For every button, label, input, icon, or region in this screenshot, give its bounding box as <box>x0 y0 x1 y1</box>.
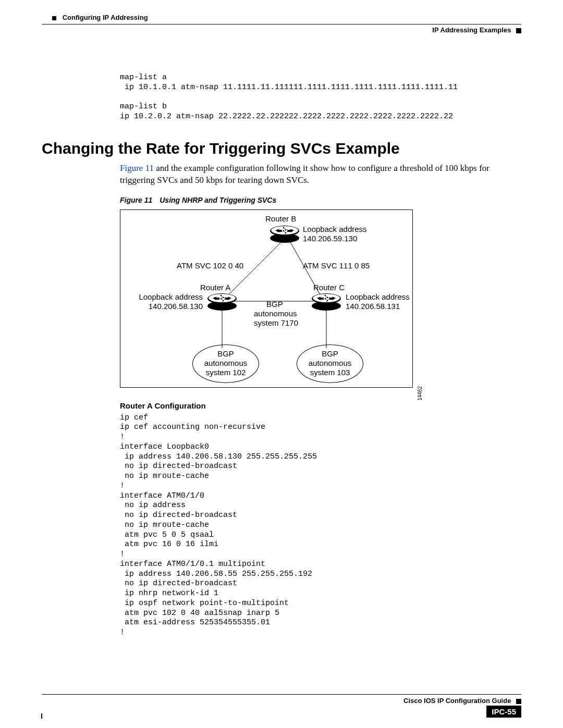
center-bgp2: autonomous <box>254 309 297 318</box>
figure-ref-link[interactable]: Figure 11 <box>120 163 154 173</box>
routerB-label: Router B <box>265 214 296 223</box>
routerB-loop1: Loopback address <box>303 225 367 233</box>
marker-icon <box>52 16 56 20</box>
ellipseL-l1: BGP <box>202 349 249 359</box>
routerA-loop1: Loopback address <box>130 292 203 301</box>
code-maplist: map-list a ip 10.1.0.1 atm-nsap 11.1111.… <box>120 73 521 122</box>
routerC-icon <box>311 292 342 311</box>
ellipseL-l2: autonomous <box>202 359 249 368</box>
ellipseL-l3: system 102 <box>202 368 249 377</box>
routerA-icon <box>206 292 238 311</box>
router-a-config-head: Router A Configuration <box>120 401 521 410</box>
intro-paragraph: Figure 11 and the example configuration … <box>120 163 516 187</box>
svg-point-10 <box>209 294 236 302</box>
routerA-loop2: 140.206.58.130 <box>130 302 203 311</box>
chapter-title: Configuring IP Addressing <box>63 14 148 21</box>
bgp-ellipse-left: BGP autonomous system 102 <box>192 344 259 383</box>
footer-title: Cisco IOS IP Configuration Guide <box>403 697 511 705</box>
svc-left: ATM SVC 102 0 40 <box>177 261 243 270</box>
diagram-id: 14462 <box>417 386 423 401</box>
routerC-label: Router C <box>313 283 345 292</box>
center-bgp3: system 7170 <box>254 318 298 327</box>
figure-caption: Figure 11 Using NHRP and Triggering SVCs <box>120 196 521 204</box>
routerB-loop2: 140.206.59.130 <box>303 234 357 243</box>
ellipseR-l2: autonomous <box>307 359 353 368</box>
svg-point-13 <box>313 294 340 302</box>
center-bgp1: BGP <box>266 300 283 309</box>
ellipseR-l3: system 103 <box>307 368 353 377</box>
intro-text: and the example configuration following … <box>120 163 489 185</box>
bgp-ellipse-right: BGP autonomous system 103 <box>297 344 363 383</box>
marker-icon <box>516 699 521 704</box>
routerC-loop2: 140.206.58.131 <box>346 302 400 311</box>
routerA-label: Router A <box>200 283 230 292</box>
code-routerA: ip cef ip cef accounting non-recursive !… <box>120 413 521 638</box>
section-title: IP Addressing Examples <box>432 26 511 34</box>
routerC-loop1: Loopback address <box>346 292 410 301</box>
page-footer: Cisco IOS IP Configuration Guide IPC-55 <box>42 694 521 718</box>
ellipseR-l1: BGP <box>307 349 353 359</box>
crop-mark-icon <box>41 713 42 719</box>
section-heading: Changing the Rate for Triggering SVCs Ex… <box>42 140 521 157</box>
svg-point-7 <box>271 226 298 235</box>
marker-icon <box>516 28 521 33</box>
figure-diagram: Router B Loopback address 140.206.59.130… <box>120 209 413 388</box>
svc-right: ATM SVC 111 0 85 <box>303 261 370 270</box>
page-header: Configuring IP Addressing IP Addressing … <box>42 14 521 42</box>
page-number: IPC-55 <box>486 706 521 718</box>
routerB-icon <box>269 225 300 243</box>
